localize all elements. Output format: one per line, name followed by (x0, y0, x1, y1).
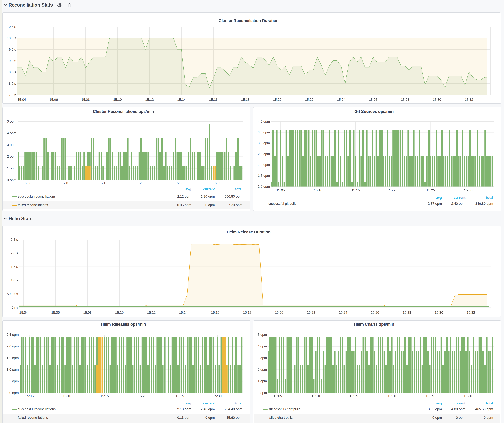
svg-text:15:10: 15:10 (312, 394, 320, 398)
svg-text:15:24: 15:24 (337, 98, 345, 101)
svg-text:15:15: 15:15 (351, 188, 360, 192)
svg-text:2 opm: 2 opm (258, 368, 267, 371)
svg-text:10.0 s: 10.0 s (7, 36, 16, 40)
svg-text:4.0 opm: 4.0 opm (258, 119, 270, 123)
svg-text:15:22: 15:22 (307, 311, 315, 314)
svg-text:15:15: 15:15 (349, 394, 358, 398)
svg-text:15:25: 15:25 (176, 394, 184, 398)
svg-text:4 opm: 4 opm (258, 344, 267, 348)
svg-text:15:14: 15:14 (179, 311, 187, 314)
svg-text:15:06: 15:06 (51, 311, 60, 314)
svg-text:2.0 opm: 2.0 opm (6, 344, 19, 348)
svg-text:2.5 opm: 2.5 opm (6, 333, 19, 337)
svg-text:1 opm: 1 opm (258, 379, 267, 383)
svg-text:9.0 s: 9.0 s (9, 59, 16, 63)
svg-text:15:04: 15:04 (18, 98, 26, 101)
svg-text:15:10: 15:10 (61, 181, 69, 185)
svg-text:2 opm: 2 opm (7, 154, 16, 159)
svg-text:8.0 s: 8.0 s (9, 82, 16, 86)
svg-text:15:05: 15:05 (274, 394, 282, 398)
svg-text:15:10: 15:10 (115, 311, 124, 314)
svg-text:15:28: 15:28 (401, 98, 409, 101)
svg-text:5 opm: 5 opm (258, 333, 267, 337)
svg-text:15:06: 15:06 (49, 98, 58, 101)
svg-text:15:30: 15:30 (464, 394, 472, 398)
svg-text:1.5 opm: 1.5 opm (6, 356, 19, 360)
svg-text:15:20: 15:20 (388, 394, 396, 398)
svg-text:15:12: 15:12 (145, 98, 154, 101)
svg-text:15:16: 15:16 (209, 98, 217, 101)
svg-text:15:30: 15:30 (435, 311, 443, 314)
svg-text:1.5 s: 1.5 s (11, 265, 18, 269)
svg-text:15:05: 15:05 (25, 394, 34, 398)
svg-text:9.5 s: 9.5 s (9, 47, 16, 51)
svg-text:15:30: 15:30 (464, 188, 472, 192)
svg-text:1.0 opm: 1.0 opm (258, 185, 270, 188)
svg-text:3 opm: 3 opm (7, 143, 16, 147)
svg-text:3.0 opm: 3.0 opm (258, 141, 270, 145)
svg-text:15:08: 15:08 (81, 98, 90, 101)
svg-text:15:20: 15:20 (275, 311, 283, 314)
svg-text:2.5 s: 2.5 s (11, 238, 18, 241)
svg-text:3.5 opm: 3.5 opm (258, 130, 270, 134)
svg-text:5 opm: 5 opm (7, 119, 16, 123)
svg-text:15:15: 15:15 (99, 181, 107, 185)
svg-text:15:15: 15:15 (100, 394, 109, 398)
svg-text:15:20: 15:20 (138, 394, 146, 398)
svg-text:0 opm: 0 opm (258, 391, 267, 395)
svg-text:2.0 opm: 2.0 opm (258, 163, 270, 167)
svg-text:15:25: 15:25 (175, 181, 183, 185)
svg-text:10.5 s: 10.5 s (7, 25, 16, 29)
svg-text:15:14: 15:14 (177, 98, 186, 101)
svg-text:3 opm: 3 opm (258, 356, 267, 360)
svg-text:0 opm: 0 opm (7, 178, 16, 182)
svg-text:2.0 s: 2.0 s (11, 251, 18, 255)
svg-text:15:12: 15:12 (147, 311, 156, 314)
svg-text:1.5 opm: 1.5 opm (258, 174, 270, 177)
svg-text:15:30: 15:30 (213, 181, 221, 185)
svg-text:15:30: 15:30 (213, 394, 222, 398)
svg-text:15:05: 15:05 (276, 188, 285, 192)
svg-text:500 ms: 500 ms (7, 292, 18, 296)
svg-text:1 opm: 1 opm (7, 166, 16, 170)
svg-text:8.5 s: 8.5 s (9, 70, 16, 74)
svg-text:15:24: 15:24 (339, 311, 347, 314)
svg-text:15:30: 15:30 (433, 98, 441, 101)
svg-text:1.0 opm: 1.0 opm (6, 368, 19, 371)
svg-text:0.5 opm: 0.5 opm (6, 379, 19, 383)
svg-text:0 opm: 0 opm (9, 391, 19, 395)
svg-text:15:10: 15:10 (113, 98, 122, 101)
svg-text:2.5 opm: 2.5 opm (258, 152, 270, 156)
svg-text:15:16: 15:16 (211, 311, 219, 314)
svg-text:15:18: 15:18 (243, 311, 251, 314)
svg-text:15:10: 15:10 (314, 188, 322, 192)
svg-text:4 opm: 4 opm (7, 131, 16, 135)
svg-text:15:28: 15:28 (403, 311, 411, 314)
svg-text:15:22: 15:22 (305, 98, 313, 101)
svg-text:15:20: 15:20 (389, 188, 397, 192)
svg-text:15:18: 15:18 (241, 98, 250, 101)
svg-text:15:05: 15:05 (23, 181, 31, 185)
svg-text:0 ns: 0 ns (12, 306, 18, 309)
svg-text:15:10: 15:10 (63, 394, 71, 398)
svg-text:15:20: 15:20 (137, 181, 145, 185)
svg-text:15:32: 15:32 (467, 311, 475, 314)
svg-text:15:26: 15:26 (369, 98, 377, 101)
svg-text:15:25: 15:25 (426, 394, 434, 398)
svg-text:15:25: 15:25 (426, 188, 435, 192)
svg-text:15:20: 15:20 (273, 98, 282, 101)
svg-text:15:08: 15:08 (83, 311, 92, 314)
svg-text:15:26: 15:26 (371, 311, 379, 314)
svg-text:15:04: 15:04 (19, 311, 28, 314)
svg-text:1.0 s: 1.0 s (11, 278, 18, 282)
svg-text:15:32: 15:32 (465, 98, 473, 101)
svg-text:7.5 s: 7.5 s (9, 93, 16, 97)
